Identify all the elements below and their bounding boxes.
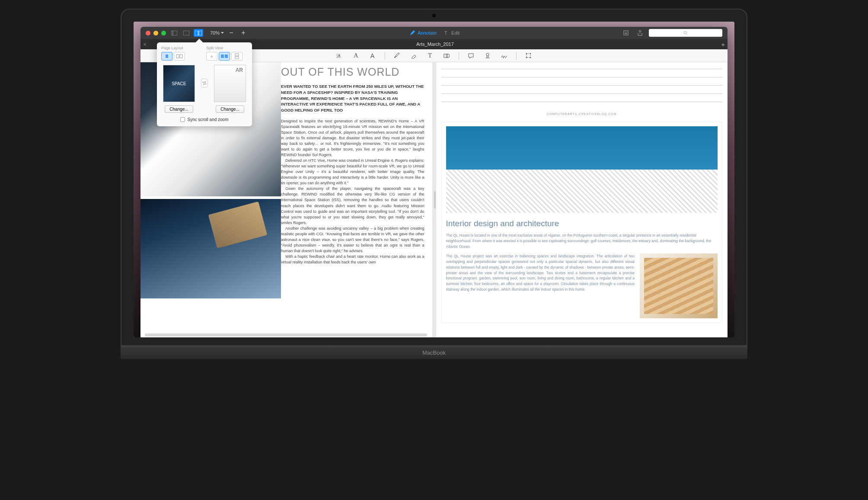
svg-rect-22 [221,54,224,58]
svg-rect-24 [235,54,239,56]
minimize-window-button[interactable] [153,31,158,35]
architecture-hero-photo [446,126,718,213]
svg-point-12 [486,53,489,56]
screen-bezel: 70% − + Annotate T Edit [121,9,747,346]
staircase-photo [640,253,718,318]
svg-rect-3 [195,31,198,35]
font-sans-icon[interactable]: A [368,51,377,60]
camera [432,14,436,17]
left-document-thumb: Change... [161,65,197,113]
left-thumb-image [163,65,195,102]
svg-text:沐: 沐 [336,53,341,58]
svg-text:T: T [444,30,447,35]
tab-add-button[interactable]: + [721,41,725,48]
svg-text:A: A [211,54,213,58]
stamp-icon[interactable] [483,51,492,60]
page-layout-label: Page Layout [161,46,203,50]
app-window: 70% − + Annotate T Edit [140,27,728,337]
macbook-frame: 70% − + Annotate T Edit [121,9,747,359]
svg-point-7 [684,31,686,34]
titlebar: 70% − + Annotate T Edit [140,27,728,39]
svg-rect-2 [183,31,189,35]
right-article-body: The QL House project was an exercise in … [446,253,635,318]
zoom-level[interactable]: 70% [210,30,224,35]
right-article-intro: The QL House is located in one of the mo… [446,233,718,249]
svg-rect-20 [180,54,182,58]
split-vertical-option[interactable] [231,52,243,61]
fullscreen-window-button[interactable] [161,31,166,35]
zoom-out-button[interactable]: − [227,29,236,37]
sync-checkbox[interactable] [180,117,185,122]
sync-scroll-option[interactable]: Sync scroll and zoom [161,117,248,122]
svg-rect-23 [225,54,228,58]
screen: 70% − + Annotate T Edit [134,22,734,337]
horizontal-scrollbar[interactable] [145,333,427,337]
svg-rect-4 [199,31,202,35]
edit-mode-button[interactable]: T Edit [444,30,460,35]
iss-earth-image [140,199,281,298]
page-view-icon[interactable] [182,29,191,37]
signature-icon[interactable] [500,51,508,60]
window-controls [146,31,166,35]
right-document-thumb: Change... [212,65,248,113]
swap-documents-button[interactable] [201,79,208,87]
close-window-button[interactable] [146,31,150,35]
svg-point-11 [446,54,450,58]
svg-rect-0 [171,31,177,35]
right-document-page: COMPUTERARTS.CREATIVEBLOQ.COM Interior d… [436,62,728,323]
right-pane[interactable]: COMPUTERARTS.CREATIVEBLOQ.COM Interior d… [436,62,728,337]
svg-point-15 [526,57,527,58]
tab-close-button[interactable]: × [143,41,147,48]
page-source-caption: COMPUTERARTS.CREATIVEBLOQ.COM [441,112,723,115]
view-options-popover: Page Layout Split View A [157,42,252,126]
change-right-button[interactable]: Change... [216,106,244,113]
note-icon[interactable] [467,51,475,60]
layout-facing-option[interactable] [174,52,185,61]
layout-single-option[interactable] [161,52,172,61]
share-icon[interactable] [635,29,645,37]
pencil-icon[interactable] [393,51,402,60]
article-body: Designed to inspire the next generation … [281,119,424,265]
split-view-icon[interactable] [194,29,203,37]
font-serif-icon[interactable]: A [352,51,361,60]
split-view-label: Split View [206,46,248,50]
text-style-icon[interactable]: 沐 [335,51,344,60]
eraser-icon[interactable] [409,51,418,60]
search-input[interactable] [649,29,722,37]
svg-line-8 [686,34,688,35]
annotate-mode-button[interactable]: Annotate [410,30,437,35]
import-icon[interactable] [621,29,631,37]
article-intro: EVER WANTED TO SEE THE EARTH FROM 250 MI… [281,83,424,113]
right-thumb-image [214,65,246,102]
split-single-option[interactable]: A [206,52,217,61]
article-title: OUT OF THIS WORLD [281,66,424,78]
svg-rect-17 [527,54,530,58]
sidebar-toggle-icon[interactable] [169,29,179,37]
architecture-elevation-drawing [441,62,723,110]
macbook-base: MacBook [121,346,747,359]
change-left-button[interactable]: Change... [165,106,193,113]
zoom-in-button[interactable]: + [239,29,248,37]
right-article-title: Interior design and architecture [446,219,718,228]
text-tool-icon[interactable]: T [426,51,434,60]
article-column: OUT OF THIS WORLD EVER WANTED TO SEE THE… [281,62,432,298]
svg-rect-18 [166,54,168,58]
svg-rect-25 [235,57,239,59]
shape-icon[interactable] [442,51,451,60]
split-horizontal-option[interactable] [219,52,230,61]
svg-rect-19 [176,54,179,58]
selection-icon[interactable] [524,51,533,60]
